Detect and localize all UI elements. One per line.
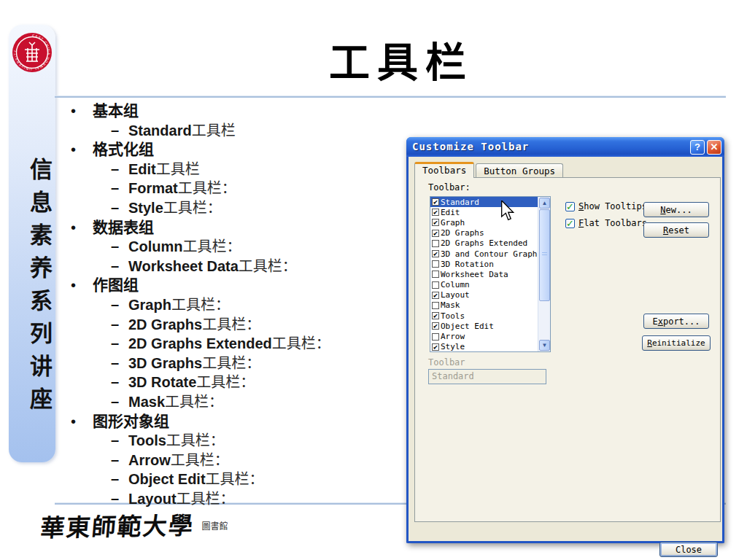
toolbar-list-item[interactable]: ✔Edit: [430, 207, 550, 217]
checked-checkbox-icon[interactable]: ✔: [432, 292, 439, 299]
bullet-item: •数据表组: [66, 218, 409, 238]
checked-checkbox-icon[interactable]: ✔: [432, 230, 439, 237]
toolbar-item-label: 2D Graphs Extended: [441, 238, 527, 248]
toolbar-item-label: Edit: [441, 208, 460, 217]
seal-icon: EAST CHINA NORMAL UNIVERSITY: [12, 32, 53, 73]
help-button[interactable]: ?: [690, 140, 705, 155]
reinitialize-button[interactable]: Reinitialize: [642, 335, 711, 351]
option-label: Flat Toolbars: [578, 218, 647, 228]
dash-marker: –: [111, 256, 119, 276]
bullet-dot: •: [71, 140, 76, 160]
export-button[interactable]: Export...: [643, 314, 709, 329]
checked-checkbox-icon[interactable]: ✔: [432, 209, 439, 216]
toolbar-list-item[interactable]: ✔Standard: [430, 197, 550, 207]
toolbar-list-item[interactable]: Mask: [430, 300, 550, 311]
toolbar-list-item[interactable]: ✔2D Graphs: [430, 228, 550, 238]
sub-bullet-item: –Standard工具栏: [66, 121, 409, 141]
checked-checkbox-icon[interactable]: ✔: [432, 343, 439, 351]
toolbar-list-item[interactable]: ✔Graph: [430, 217, 550, 228]
sub-bullet-item: –Object Edit工具栏：: [66, 470, 409, 489]
checked-checkbox-icon[interactable]: ✓: [565, 202, 575, 211]
toolbar-list-item[interactable]: Worksheet Data: [430, 269, 550, 279]
unchecked-checkbox-icon[interactable]: [432, 271, 439, 278]
unchecked-checkbox-icon[interactable]: [432, 281, 439, 289]
dash-marker: –: [111, 314, 119, 334]
sub-bullet-item: –Edit工具栏: [66, 160, 409, 179]
toolbar-item-label: 2D Graphs: [441, 228, 484, 238]
bullet-item: •格式化组: [66, 140, 409, 160]
toolbar-list-item[interactable]: ✔3D and Contour Graph: [430, 249, 550, 259]
checked-checkbox-icon[interactable]: ✓: [565, 219, 575, 228]
dash-marker: –: [111, 236, 119, 256]
scroll-up-arrow-icon[interactable]: ▲: [539, 198, 550, 209]
dash-marker: –: [111, 198, 119, 217]
bullet-dot: •: [71, 101, 76, 121]
toolbar-listbox[interactable]: ✔Standard✔Edit✔Graph✔2D Graphs2D Graphs …: [430, 196, 551, 352]
unchecked-checkbox-icon[interactable]: [432, 333, 439, 341]
option-show-tooltips[interactable]: ✓Show Tooltips: [565, 201, 647, 211]
toolbars-tab-page: Toolbar: ✔Standard✔Edit✔Graph✔2D Graphs2…: [414, 177, 721, 522]
scroll-down-arrow-icon[interactable]: ▼: [539, 340, 550, 351]
page-title: 工具栏: [219, 29, 584, 88]
close-x-button[interactable]: ✕: [707, 140, 721, 155]
unchecked-checkbox-icon[interactable]: [432, 260, 439, 268]
sub-bullet-item: –Style工具栏：: [66, 198, 409, 218]
listbox-scrollbar[interactable]: ▲ ▼: [538, 197, 550, 351]
reset-button[interactable]: Reset: [643, 222, 709, 238]
toolbar-item-label: Arrow: [441, 332, 465, 341]
toolbar-list-item[interactable]: Column: [430, 280, 550, 290]
footer-logo: 華東師範大學 圖書館: [41, 508, 228, 542]
toolbar-list-item[interactable]: Arrow: [430, 331, 550, 341]
checked-checkbox-icon[interactable]: ✔: [432, 322, 439, 330]
university-wordmark: 華東師範大學: [39, 506, 196, 544]
tab-button-groups[interactable]: Button Groups: [476, 163, 563, 178]
toolbar-item-label: Standard: [441, 198, 479, 207]
sub-bullet-item: –Tools工具栏：: [66, 431, 409, 451]
toolbar-item-label: Column: [441, 280, 470, 289]
option-label: Show Tooltips: [578, 201, 647, 211]
sub-bullet-item: –2D Graphs工具栏：: [66, 315, 409, 335]
toolbar-item-label: 3D and Contour Graph: [441, 249, 537, 259]
dash-marker: –: [111, 295, 119, 314]
toolbar-item-label: Worksheet Data: [441, 270, 508, 279]
library-label: 圖書館: [201, 519, 228, 532]
scrollbar-thumb[interactable]: [539, 209, 550, 301]
bullet-dot: •: [71, 412, 76, 432]
dialog-body: ToolbarsButton Groups Toolbar: ✔Standard…: [409, 157, 722, 541]
toolbar-list-item[interactable]: ✔Layout: [430, 290, 550, 300]
toolbar-list-item[interactable]: 2D Graphs Extended: [430, 238, 550, 249]
checked-checkbox-icon[interactable]: ✔: [432, 198, 439, 206]
sub-bullet-item: –2D Graphs Extended工具栏：: [66, 334, 409, 354]
sub-bullet-item: –Layout工具栏：: [66, 489, 409, 509]
toolbar-item-label: Layout: [441, 290, 470, 300]
bullet-dot: •: [71, 218, 76, 238]
checked-checkbox-icon[interactable]: ✔: [432, 312, 439, 319]
new-button[interactable]: New...: [643, 202, 709, 217]
tab-strip: ToolbarsButton Groups: [414, 162, 565, 178]
toolbar-item-label: Style: [441, 342, 465, 351]
bullet-dot: •: [71, 276, 76, 295]
dash-marker: –: [111, 159, 119, 179]
close-button[interactable]: Close: [659, 542, 718, 557]
unchecked-checkbox-icon[interactable]: [432, 302, 439, 309]
ecnu-seal-logo: EAST CHINA NORMAL UNIVERSITY: [12, 32, 53, 73]
sub-bullet-item: –Column工具栏：: [66, 237, 409, 257]
checked-checkbox-icon[interactable]: ✔: [432, 250, 439, 257]
tab-toolbars[interactable]: Toolbars: [414, 162, 474, 178]
toolbar-list-item[interactable]: ✔Tools: [430, 311, 550, 321]
toolbar-list-item[interactable]: 3D Rotation: [430, 259, 550, 269]
toolbar-list-item[interactable]: ✔Style: [430, 342, 550, 352]
toolbar-item-label: Mask: [441, 300, 460, 310]
toolbar-item-label: Graph: [441, 218, 465, 228]
customize-toolbar-dialog: Customize Toolbar ? ✕ ToolbarsButton Gro…: [406, 137, 724, 543]
dash-marker: –: [111, 450, 119, 470]
checked-checkbox-icon[interactable]: ✔: [432, 219, 439, 226]
option-flat-toolbars[interactable]: ✓Flat Toolbars: [565, 218, 647, 228]
sidebar-ribbon: EAST CHINA NORMAL UNIVERSITY 信息素养系列讲座: [9, 25, 55, 462]
unchecked-checkbox-icon[interactable]: [432, 240, 439, 247]
toolbar-item-label: Tools: [441, 311, 465, 321]
sub-bullet-item: –Arrow工具栏：: [66, 451, 409, 470]
dash-marker: –: [111, 489, 119, 508]
toolbar-list-item[interactable]: ✔Object Edit: [430, 321, 550, 331]
dialog-titlebar[interactable]: Customize Toolbar ? ✕: [406, 137, 724, 157]
